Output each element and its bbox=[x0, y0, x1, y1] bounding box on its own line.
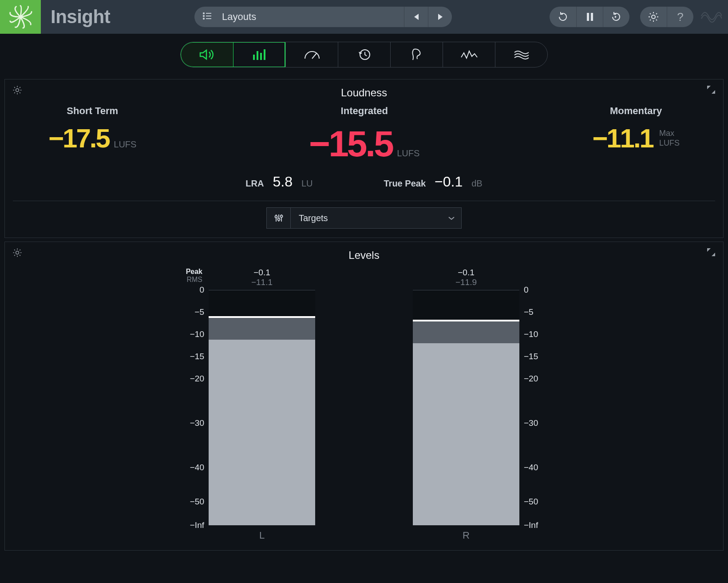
short-term-value: −17.5 bbox=[48, 123, 109, 153]
chevron-down-icon bbox=[442, 208, 461, 228]
peak-label: Peak bbox=[169, 268, 202, 276]
levels-expand-button[interactable] bbox=[706, 247, 716, 259]
layouts-prev-button[interactable] bbox=[404, 7, 428, 27]
meter-bar bbox=[209, 290, 315, 525]
svg-point-8 bbox=[652, 15, 655, 19]
tab-spectrum[interactable] bbox=[443, 42, 495, 67]
meter-bar bbox=[413, 290, 519, 525]
scale-tick: −Inf bbox=[164, 520, 204, 530]
svg-point-19 bbox=[277, 218, 280, 221]
svg-rect-7 bbox=[591, 13, 593, 21]
help-button[interactable]: ? bbox=[667, 7, 693, 27]
scale-tick: −Inf bbox=[524, 520, 564, 530]
rms-value: −11.9 bbox=[413, 278, 519, 287]
svg-point-4 bbox=[203, 18, 204, 19]
svg-point-2 bbox=[203, 16, 204, 16]
transport-group bbox=[550, 7, 629, 27]
loudness-title: Loudness bbox=[13, 83, 715, 105]
momentary-side1: Max bbox=[659, 129, 680, 139]
reset-button[interactable] bbox=[550, 7, 576, 27]
settings-button[interactable] bbox=[640, 7, 667, 27]
sliders-icon bbox=[267, 208, 291, 228]
scale-tick: −5 bbox=[164, 307, 204, 317]
app-logo bbox=[0, 0, 41, 34]
svg-point-15 bbox=[16, 89, 19, 92]
svg-line-13 bbox=[312, 53, 317, 59]
scale-tick: −5 bbox=[524, 307, 564, 317]
levels-settings-button[interactable] bbox=[12, 247, 23, 260]
scale-tick: −30 bbox=[524, 418, 564, 428]
spiral-logo-icon bbox=[8, 4, 33, 30]
scale-tick: −10 bbox=[524, 329, 564, 339]
pause-button[interactable] bbox=[576, 7, 603, 27]
true-peak-label: True Peak bbox=[384, 178, 426, 189]
momentary-block: Momentary −11.1 Max LUFS bbox=[592, 105, 680, 154]
targets-dropdown[interactable]: Targets bbox=[266, 207, 462, 229]
layouts-next-button[interactable] bbox=[428, 7, 452, 27]
levels-title: Levels bbox=[13, 246, 715, 268]
integrated-label: Integrated bbox=[309, 105, 419, 117]
meter-L bbox=[209, 290, 315, 525]
wave-decoration bbox=[700, 7, 722, 27]
svg-rect-6 bbox=[587, 13, 589, 21]
settings-group: ? bbox=[640, 7, 693, 27]
tab-meter-gauge[interactable] bbox=[285, 42, 338, 67]
rms-value: −11.1 bbox=[209, 278, 315, 287]
tab-intelligibility[interactable] bbox=[390, 42, 443, 67]
lra-value: 5.8 bbox=[273, 174, 292, 190]
true-peak-block: True Peak −0.1 dB bbox=[384, 174, 483, 190]
scale-tick: 0 bbox=[524, 285, 564, 295]
tab-history[interactable] bbox=[338, 42, 390, 67]
true-peak-unit: dB bbox=[471, 178, 482, 189]
loudness-panel: Loudness Short Term −17.5 LUFS Integrate… bbox=[4, 79, 724, 238]
loudness-settings-button[interactable] bbox=[12, 85, 23, 97]
momentary-value: −11.1 bbox=[592, 123, 653, 154]
tab-loudness[interactable] bbox=[181, 42, 233, 67]
scale-tick: −30 bbox=[164, 418, 204, 428]
channel-readout: −0.1−11.1 bbox=[209, 268, 315, 287]
momentary-side2: LUFS bbox=[659, 139, 680, 148]
tab-levels[interactable] bbox=[233, 42, 285, 67]
layouts-selector[interactable]: Layouts bbox=[194, 7, 452, 27]
list-icon bbox=[202, 12, 212, 22]
lra-label: LRA bbox=[245, 178, 264, 189]
integrated-value: −15.5 bbox=[309, 123, 392, 164]
tab-spectrogram[interactable] bbox=[495, 42, 547, 67]
scale-tick: −40 bbox=[164, 463, 204, 472]
rms-label: RMS bbox=[169, 276, 202, 284]
scale-tick: −15 bbox=[164, 352, 204, 361]
restart-button[interactable] bbox=[603, 7, 629, 27]
levels-panel: Levels Peak RMS −0.1−11.1−0.1−11.9 0−5−1… bbox=[4, 242, 724, 551]
scale-tick: −20 bbox=[164, 374, 204, 384]
short-term-block: Short Term −17.5 LUFS bbox=[48, 105, 136, 154]
short-term-label: Short Term bbox=[48, 105, 136, 117]
divider bbox=[13, 201, 715, 201]
svg-rect-9 bbox=[253, 55, 255, 60]
scale-tick: −10 bbox=[164, 329, 204, 339]
lra-unit: LU bbox=[301, 178, 313, 189]
peak-value: −0.1 bbox=[413, 268, 519, 278]
module-tabs bbox=[0, 34, 728, 75]
scale-left: 0−5−10−15−20−30−40−50−Inf bbox=[169, 290, 209, 525]
meter-R bbox=[413, 290, 519, 525]
channel-label: R bbox=[413, 530, 519, 541]
scale-tick: −40 bbox=[524, 463, 564, 472]
svg-point-0 bbox=[203, 13, 204, 14]
scale-right: 0−5−10−15−20−30−40−50−Inf bbox=[519, 290, 559, 525]
targets-label: Targets bbox=[291, 208, 442, 228]
app-title: Insight bbox=[51, 6, 110, 28]
svg-rect-11 bbox=[260, 53, 262, 60]
loudness-expand-button[interactable] bbox=[706, 85, 716, 96]
topbar: Insight Layouts ? bbox=[0, 0, 728, 34]
svg-point-17 bbox=[275, 216, 277, 218]
integrated-block: Integrated −15.5 LUFS bbox=[309, 105, 419, 165]
channel-readout: −0.1−11.9 bbox=[413, 268, 519, 287]
svg-rect-10 bbox=[257, 51, 258, 60]
short-term-unit: LUFS bbox=[114, 139, 136, 149]
scale-tick: −50 bbox=[524, 497, 564, 507]
peak-value: −0.1 bbox=[209, 268, 315, 278]
scale-tick: 0 bbox=[164, 285, 204, 295]
scale-tick: −15 bbox=[524, 352, 564, 361]
layouts-label: Layouts bbox=[222, 11, 404, 23]
channel-label: L bbox=[209, 530, 315, 541]
